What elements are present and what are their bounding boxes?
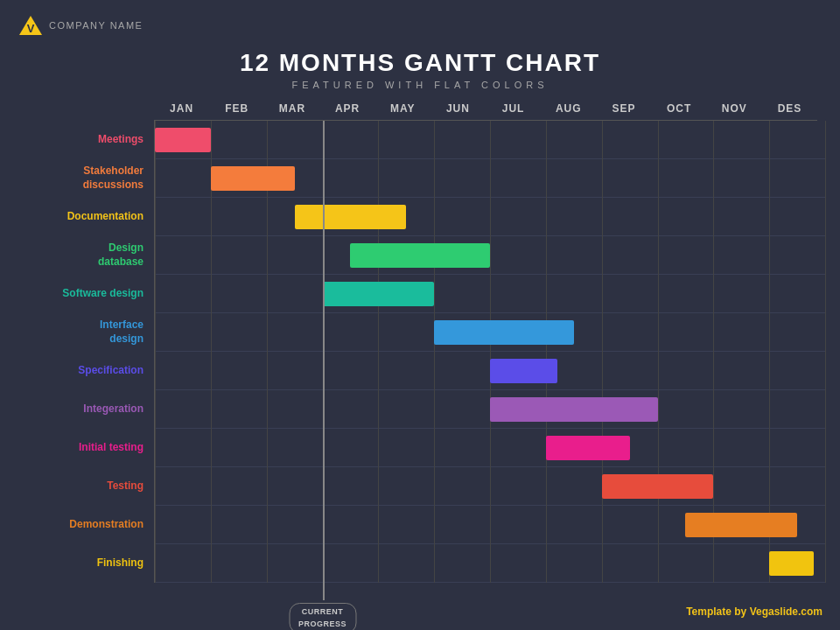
title-section: 12 MONTHS GANTT CHART FEATURED WITH FLAT… bbox=[0, 46, 840, 95]
progress-line bbox=[323, 121, 325, 600]
task-bar-meetings bbox=[155, 128, 211, 152]
task-label-testing: Testing bbox=[107, 480, 144, 494]
task-label-finishing: Finishing bbox=[97, 556, 144, 570]
task-label-demonstration: Demonstration bbox=[69, 518, 144, 532]
task-label-initial-testing: Initial testing bbox=[79, 441, 144, 455]
gantt-main: MeetingsStakeholderdiscussionsDocumentat… bbox=[14, 121, 826, 583]
task-bar-integration bbox=[490, 397, 658, 422]
task-label-integration: Integeration bbox=[83, 402, 144, 416]
task-bar-software-design bbox=[323, 282, 435, 306]
grid-line bbox=[378, 121, 379, 583]
month-cell: AUG bbox=[541, 102, 596, 115]
month-cell: DES bbox=[762, 102, 817, 115]
month-cell: SEP bbox=[596, 102, 651, 115]
grid-line bbox=[602, 121, 603, 583]
logo-icon: V bbox=[18, 12, 44, 38]
month-cell: FEB bbox=[209, 102, 264, 115]
task-bar-initial-testing bbox=[546, 436, 630, 460]
app: V COMPANY NAME 12 MONTHS GANTT CHART FEA… bbox=[0, 0, 840, 630]
month-cell: APR bbox=[320, 102, 375, 115]
month-cell: OCT bbox=[652, 102, 707, 115]
task-label-specification: Specification bbox=[78, 364, 144, 378]
task-bar-specification bbox=[490, 359, 557, 383]
logo: V COMPANY NAME bbox=[18, 12, 143, 38]
footer-brand: Vegaslide.com bbox=[750, 606, 822, 618]
month-cell: MAR bbox=[264, 102, 319, 115]
task-label-documentation: Documentation bbox=[67, 210, 144, 224]
task-bar-design-db bbox=[350, 243, 490, 268]
grid-line bbox=[546, 121, 547, 583]
task-bar-documentation bbox=[295, 205, 407, 229]
month-cell: JAN bbox=[154, 102, 209, 115]
company-name: COMPANY NAME bbox=[49, 20, 143, 31]
task-bar-finishing bbox=[769, 551, 814, 576]
task-bar-testing bbox=[602, 474, 714, 499]
task-bar-demonstration bbox=[685, 513, 797, 537]
footer: Template by Vegaslide.com bbox=[686, 606, 822, 618]
month-cell: MAY bbox=[375, 102, 430, 115]
months-row: JANFEBMARAPRMAYJUNJULAUGSEPOCTNOVDES bbox=[154, 102, 817, 121]
grid-line bbox=[155, 121, 156, 583]
grid-line bbox=[434, 121, 435, 583]
month-cell: JUL bbox=[486, 102, 541, 115]
task-bar-stakeholder bbox=[211, 166, 295, 191]
progress-label: CURRENTPROGRESS bbox=[289, 603, 356, 630]
chart-area: JANFEBMARAPRMAYJUNJULAUGSEPOCTNOVDES Mee… bbox=[14, 102, 826, 583]
sub-title: FEATURED WITH FLAT COLORS bbox=[0, 80, 840, 90]
task-label-interface-design: Interfacedesign bbox=[100, 318, 144, 346]
task-label-meetings: Meetings bbox=[98, 133, 144, 147]
task-label-stakeholder: Stakeholderdiscussions bbox=[83, 164, 144, 192]
grid-line bbox=[658, 121, 659, 583]
gantt-grid: CURRENTPROGRESS bbox=[154, 121, 826, 583]
footer-text: Template by bbox=[686, 606, 749, 618]
task-labels-column: MeetingsStakeholderdiscussionsDocumentat… bbox=[14, 121, 154, 583]
grid-line bbox=[490, 121, 491, 583]
header-bar: V COMPANY NAME bbox=[0, 0, 840, 46]
grid-line bbox=[825, 121, 826, 583]
svg-text:V: V bbox=[27, 22, 35, 35]
main-title: 12 MONTHS GANTT CHART bbox=[0, 49, 840, 77]
task-bar-interface-design bbox=[434, 320, 574, 345]
month-cell: JUN bbox=[430, 102, 486, 115]
month-cell: NOV bbox=[707, 102, 762, 115]
task-label-software-design: Software design bbox=[62, 287, 144, 301]
task-label-design-db: Designdatabase bbox=[98, 242, 144, 269]
